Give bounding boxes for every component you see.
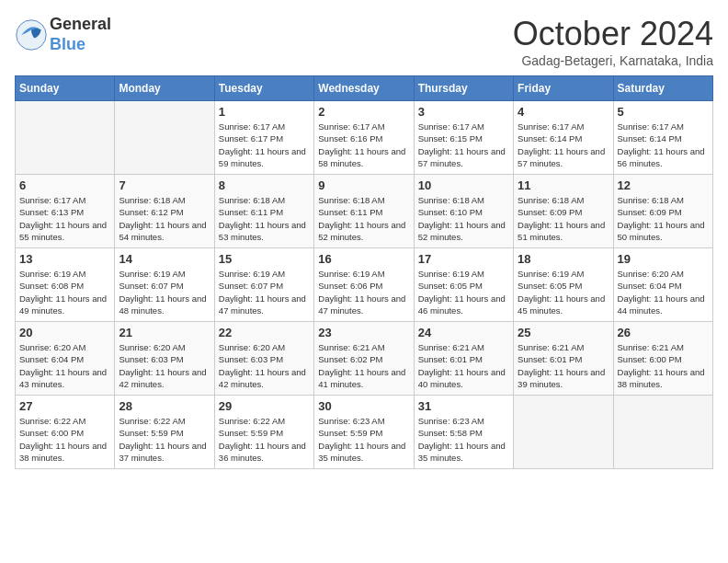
calendar-cell: 23Sunrise: 6:21 AM Sunset: 6:02 PM Dayli… <box>314 322 414 396</box>
calendar-cell: 7Sunrise: 6:18 AM Sunset: 6:12 PM Daylig… <box>115 175 214 248</box>
weekday-header: Thursday <box>414 76 513 101</box>
calendar-cell: 26Sunrise: 6:21 AM Sunset: 6:00 PM Dayli… <box>613 322 712 396</box>
logo-blue: Blue <box>50 35 85 53</box>
day-number: 1 <box>219 105 310 119</box>
day-info: Sunrise: 6:20 AM Sunset: 6:03 PM Dayligh… <box>119 341 210 390</box>
calendar-cell: 16Sunrise: 6:19 AM Sunset: 6:06 PM Dayli… <box>314 248 414 322</box>
logo-general: General <box>50 15 111 33</box>
title-block: October 2024 Gadag-Betageri, Karnataka, … <box>513 15 713 68</box>
calendar-cell: 10Sunrise: 6:18 AM Sunset: 6:10 PM Dayli… <box>414 175 513 248</box>
day-number: 3 <box>418 105 509 119</box>
calendar-cell: 8Sunrise: 6:18 AM Sunset: 6:11 PM Daylig… <box>214 175 313 248</box>
weekday-header: Saturday <box>613 76 712 101</box>
day-number: 15 <box>219 252 310 266</box>
day-number: 2 <box>318 105 409 119</box>
day-number: 24 <box>418 326 509 339</box>
day-info: Sunrise: 6:18 AM Sunset: 6:11 PM Dayligh… <box>318 194 409 243</box>
weekday-header: Wednesday <box>314 76 414 101</box>
calendar-cell <box>514 396 613 469</box>
day-info: Sunrise: 6:19 AM Sunset: 6:05 PM Dayligh… <box>418 268 509 316</box>
day-number: 18 <box>518 252 609 266</box>
day-info: Sunrise: 6:17 AM Sunset: 6:17 PM Dayligh… <box>219 121 310 169</box>
calendar-cell: 29Sunrise: 6:22 AM Sunset: 5:59 PM Dayli… <box>214 396 313 469</box>
day-info: Sunrise: 6:18 AM Sunset: 6:10 PM Dayligh… <box>418 194 509 243</box>
calendar-cell: 31Sunrise: 6:23 AM Sunset: 5:58 PM Dayli… <box>414 396 513 469</box>
calendar-cell: 1Sunrise: 6:17 AM Sunset: 6:17 PM Daylig… <box>214 101 313 175</box>
calendar-cell: 12Sunrise: 6:18 AM Sunset: 6:09 PM Dayli… <box>613 175 712 248</box>
day-number: 11 <box>518 178 609 192</box>
day-number: 7 <box>119 178 210 192</box>
calendar-cell: 15Sunrise: 6:19 AM Sunset: 6:07 PM Dayli… <box>214 248 313 322</box>
calendar-table: SundayMondayTuesdayWednesdayThursdayFrid… <box>15 75 713 469</box>
day-number: 10 <box>418 178 509 192</box>
calendar-cell: 5Sunrise: 6:17 AM Sunset: 6:14 PM Daylig… <box>613 101 712 175</box>
calendar-cell: 20Sunrise: 6:20 AM Sunset: 6:04 PM Dayli… <box>16 322 115 396</box>
day-info: Sunrise: 6:21 AM Sunset: 6:01 PM Dayligh… <box>518 341 609 390</box>
day-info: Sunrise: 6:17 AM Sunset: 6:13 PM Dayligh… <box>19 194 110 243</box>
day-number: 12 <box>618 178 709 192</box>
calendar-cell: 28Sunrise: 6:22 AM Sunset: 5:59 PM Dayli… <box>115 396 214 469</box>
day-info: Sunrise: 6:18 AM Sunset: 6:09 PM Dayligh… <box>518 194 609 243</box>
day-info: Sunrise: 6:21 AM Sunset: 6:02 PM Dayligh… <box>318 341 409 390</box>
day-number: 9 <box>318 178 409 192</box>
calendar-cell: 13Sunrise: 6:19 AM Sunset: 6:08 PM Dayli… <box>16 248 115 322</box>
day-number: 4 <box>518 105 609 119</box>
day-number: 19 <box>618 252 709 266</box>
day-info: Sunrise: 6:17 AM Sunset: 6:15 PM Dayligh… <box>418 121 509 169</box>
calendar-cell: 24Sunrise: 6:21 AM Sunset: 6:01 PM Dayli… <box>414 322 513 396</box>
calendar-cell: 2Sunrise: 6:17 AM Sunset: 6:16 PM Daylig… <box>314 101 414 175</box>
day-info: Sunrise: 6:18 AM Sunset: 6:09 PM Dayligh… <box>618 194 709 243</box>
day-number: 25 <box>518 326 609 339</box>
day-number: 22 <box>219 326 310 339</box>
day-info: Sunrise: 6:18 AM Sunset: 6:12 PM Dayligh… <box>119 194 210 243</box>
weekday-header: Sunday <box>16 76 115 101</box>
day-number: 20 <box>19 326 110 339</box>
day-number: 31 <box>418 399 509 413</box>
day-info: Sunrise: 6:19 AM Sunset: 6:05 PM Dayligh… <box>518 268 609 316</box>
svg-point-0 <box>17 19 46 49</box>
calendar-cell <box>115 101 214 175</box>
day-number: 23 <box>318 326 409 339</box>
day-info: Sunrise: 6:22 AM Sunset: 5:59 PM Dayligh… <box>119 415 210 464</box>
day-number: 21 <box>119 326 210 339</box>
calendar-cell: 11Sunrise: 6:18 AM Sunset: 6:09 PM Dayli… <box>514 175 613 248</box>
day-info: Sunrise: 6:17 AM Sunset: 6:16 PM Dayligh… <box>318 121 409 169</box>
weekday-header: Tuesday <box>214 76 313 101</box>
day-number: 29 <box>219 399 310 413</box>
day-info: Sunrise: 6:22 AM Sunset: 5:59 PM Dayligh… <box>219 415 310 464</box>
day-info: Sunrise: 6:20 AM Sunset: 6:04 PM Dayligh… <box>19 341 110 390</box>
day-info: Sunrise: 6:21 AM Sunset: 6:01 PM Dayligh… <box>418 341 509 390</box>
day-info: Sunrise: 6:23 AM Sunset: 5:59 PM Dayligh… <box>318 415 409 464</box>
day-number: 13 <box>19 252 110 266</box>
day-number: 5 <box>618 105 709 119</box>
day-info: Sunrise: 6:17 AM Sunset: 6:14 PM Dayligh… <box>618 121 709 169</box>
month-title: October 2024 <box>513 15 713 53</box>
calendar-cell <box>16 101 115 175</box>
calendar-cell: 25Sunrise: 6:21 AM Sunset: 6:01 PM Dayli… <box>514 322 613 396</box>
day-number: 30 <box>318 399 409 413</box>
page-header: General Blue October 2024 Gadag-Betageri… <box>15 15 713 68</box>
day-number: 27 <box>19 399 110 413</box>
location: Gadag-Betageri, Karnataka, India <box>513 53 713 68</box>
day-info: Sunrise: 6:22 AM Sunset: 6:00 PM Dayligh… <box>19 415 110 464</box>
day-info: Sunrise: 6:17 AM Sunset: 6:14 PM Dayligh… <box>518 121 609 169</box>
logo-icon <box>15 18 48 52</box>
calendar-cell: 27Sunrise: 6:22 AM Sunset: 6:00 PM Dayli… <box>16 396 115 469</box>
calendar-cell: 9Sunrise: 6:18 AM Sunset: 6:11 PM Daylig… <box>314 175 414 248</box>
weekday-header: Monday <box>115 76 214 101</box>
weekday-header: Friday <box>514 76 613 101</box>
calendar-cell: 18Sunrise: 6:19 AM Sunset: 6:05 PM Dayli… <box>514 248 613 322</box>
logo: General Blue <box>15 15 111 54</box>
calendar-cell <box>613 396 712 469</box>
day-info: Sunrise: 6:21 AM Sunset: 6:00 PM Dayligh… <box>618 341 709 390</box>
day-number: 6 <box>19 178 110 192</box>
calendar-cell: 6Sunrise: 6:17 AM Sunset: 6:13 PM Daylig… <box>16 175 115 248</box>
day-info: Sunrise: 6:23 AM Sunset: 5:58 PM Dayligh… <box>418 415 509 464</box>
day-info: Sunrise: 6:20 AM Sunset: 6:03 PM Dayligh… <box>219 341 310 390</box>
calendar-cell: 4Sunrise: 6:17 AM Sunset: 6:14 PM Daylig… <box>514 101 613 175</box>
day-info: Sunrise: 6:19 AM Sunset: 6:07 PM Dayligh… <box>119 268 210 316</box>
calendar-cell: 3Sunrise: 6:17 AM Sunset: 6:15 PM Daylig… <box>414 101 513 175</box>
day-info: Sunrise: 6:20 AM Sunset: 6:04 PM Dayligh… <box>618 268 709 316</box>
calendar-cell: 22Sunrise: 6:20 AM Sunset: 6:03 PM Dayli… <box>214 322 313 396</box>
day-info: Sunrise: 6:18 AM Sunset: 6:11 PM Dayligh… <box>219 194 310 243</box>
